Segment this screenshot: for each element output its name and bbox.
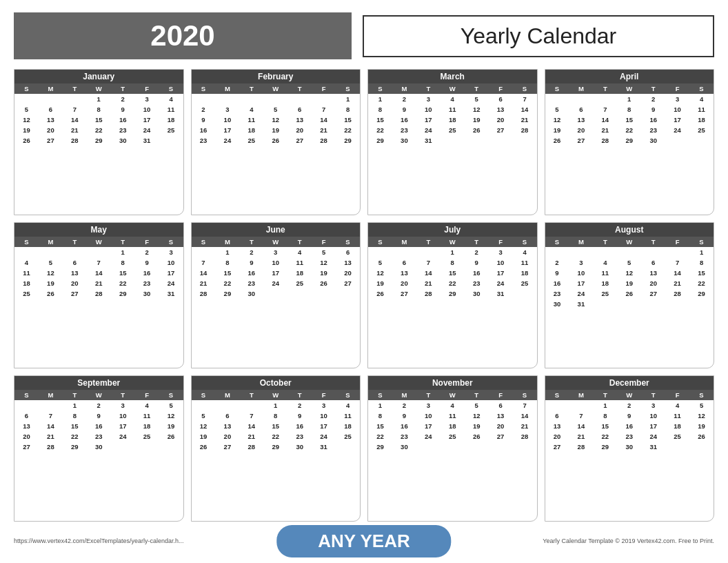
month-card-june: JuneSMTWTFS12345678910111213141516171819…	[191, 222, 361, 368]
day-cell: 13	[569, 115, 593, 125]
day-headers: SMTWTFS	[545, 390, 714, 400]
day-cell: 6	[489, 94, 513, 104]
day-cell: 23	[111, 125, 135, 135]
day-header-label: T	[287, 390, 312, 400]
day-cell: 7	[513, 94, 537, 104]
month-name: November	[368, 376, 537, 390]
month-name: March	[368, 70, 537, 83]
day-cell: 30	[111, 135, 135, 146]
day-cell: 23	[617, 431, 641, 442]
day-cell: 15	[215, 268, 239, 278]
day-header-label: M	[392, 83, 416, 94]
day-cell: 9	[545, 268, 569, 278]
month-name: May	[14, 223, 183, 237]
day-cell: 1	[368, 94, 392, 104]
day-cell: 30	[287, 442, 312, 452]
day-cell: 14	[513, 104, 537, 115]
day-cell: 25	[135, 431, 159, 442]
day-cell: 13	[392, 268, 416, 278]
day-cell: 17	[665, 115, 689, 125]
day-header-label: F	[135, 83, 159, 94]
day-cell: 24	[263, 278, 287, 288]
day-cell: 14	[513, 411, 537, 421]
day-cell: 2	[392, 400, 416, 411]
day-header-label: S	[192, 83, 216, 94]
day-cell: 27	[489, 125, 513, 135]
day-cell: 6	[392, 257, 416, 268]
day-header-label: M	[215, 83, 239, 94]
day-cell: 3	[416, 400, 441, 411]
day-cell: 16	[465, 268, 489, 278]
month-card-july: JulySMTWTFS12345678910111213141516171819…	[367, 222, 538, 368]
day-cell: 20	[545, 431, 569, 442]
day-cell: 21	[63, 125, 87, 135]
day-cell: 1	[215, 247, 239, 257]
day-cell: 22	[111, 278, 135, 288]
day-cell: 1	[87, 94, 111, 104]
month-card-april: AprilSMTWTFS1234567891011121314151617181…	[545, 69, 715, 215]
day-cell-empty	[569, 247, 593, 257]
day-cell: 30	[617, 442, 641, 452]
day-cell: 25	[593, 288, 617, 299]
day-cell: 14	[416, 268, 441, 278]
day-cell: 7	[416, 257, 441, 268]
day-cell: 26	[368, 288, 392, 299]
day-cell: 2	[239, 247, 263, 257]
day-cell: 25	[665, 431, 689, 442]
day-cell: 14	[239, 421, 263, 431]
day-header-label: S	[545, 83, 569, 94]
day-cell: 23	[545, 288, 569, 299]
day-cell: 2	[392, 94, 416, 104]
day-header-label: M	[392, 390, 416, 400]
day-header-label: T	[641, 237, 665, 247]
day-cell: 9	[135, 257, 159, 268]
day-header-label: T	[593, 237, 617, 247]
day-cell: 1	[263, 400, 287, 411]
day-header-label: T	[239, 83, 263, 94]
day-cell: 30	[545, 299, 569, 309]
day-cell: 8	[263, 411, 287, 421]
day-cell: 9	[465, 257, 489, 268]
day-cell: 18	[441, 115, 465, 125]
day-cell: 23	[392, 431, 416, 442]
day-cell: 30	[87, 442, 111, 452]
day-cell: 8	[215, 257, 239, 268]
day-cell: 31	[489, 288, 513, 299]
day-cell: 3	[159, 247, 183, 257]
day-cell: 3	[665, 94, 689, 104]
footer-center: ANY YEAR	[276, 525, 451, 557]
day-cell: 17	[416, 421, 441, 431]
day-cell: 19	[14, 125, 39, 135]
day-cell: 20	[63, 278, 87, 288]
day-cell: 9	[111, 104, 135, 115]
day-headers: SMTWTFS	[545, 237, 714, 247]
day-cell: 8	[441, 257, 465, 268]
day-cell: 13	[63, 268, 87, 278]
day-cell: 2	[641, 94, 665, 104]
day-cell: 21	[513, 421, 537, 431]
day-cell-empty	[239, 94, 263, 104]
day-cell: 11	[513, 257, 537, 268]
day-cell: 3	[215, 104, 239, 115]
day-cell: 6	[641, 257, 665, 268]
day-headers: SMTWTFS	[192, 237, 361, 247]
day-cell: 11	[441, 411, 465, 421]
day-cell: 16	[87, 421, 111, 431]
day-cell: 6	[215, 411, 239, 421]
day-cell: 14	[87, 268, 111, 278]
day-cell: 11	[665, 411, 689, 421]
day-cell: 26	[192, 442, 216, 452]
day-cell: 15	[368, 115, 392, 125]
day-cell: 19	[617, 278, 641, 288]
day-cell: 27	[14, 442, 39, 452]
day-cell: 16	[111, 115, 135, 125]
day-headers: SMTWTFS	[192, 83, 361, 94]
day-header-label: S	[368, 390, 392, 400]
month-card-may: MaySMTWTFS123456789101112131415161718192…	[14, 222, 184, 368]
day-header-label: S	[159, 83, 183, 94]
day-cell-empty	[239, 400, 263, 411]
day-cell: 18	[287, 268, 312, 278]
day-cell: 19	[465, 115, 489, 125]
day-header-label: M	[215, 390, 239, 400]
day-cell: 25	[287, 278, 312, 288]
